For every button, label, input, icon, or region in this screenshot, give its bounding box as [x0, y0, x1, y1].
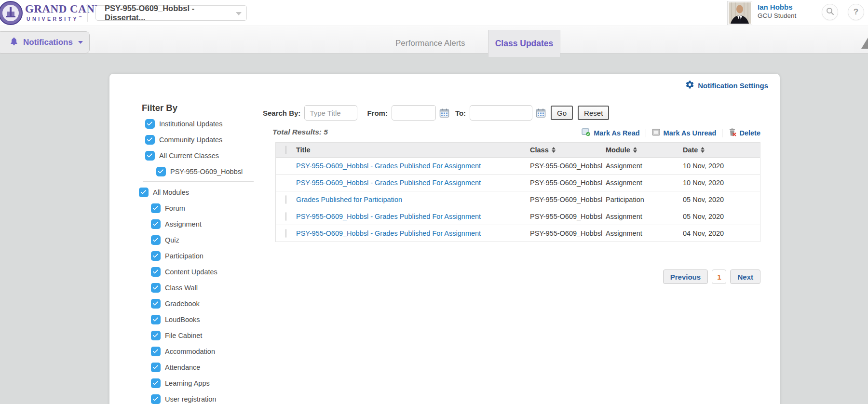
chevron-down-icon — [236, 12, 242, 15]
row-class: PSY-955-O609_Hobbsl — [530, 213, 606, 220]
filter-item-content-updates[interactable]: Content Updates — [139, 264, 254, 280]
checkbox[interactable] — [151, 331, 161, 340]
checkbox[interactable] — [151, 363, 161, 372]
notifications-menu-button[interactable]: Notifications — [0, 31, 90, 54]
checkbox[interactable] — [145, 119, 155, 129]
filter-list: Institutional Updates Community Updates … — [139, 116, 254, 404]
page: GRAND CANYON UNIVERSITY™ PSY-955-O609_Ho… — [0, 0, 868, 404]
next-page-button[interactable]: Next — [730, 269, 760, 284]
checkbox[interactable] — [139, 188, 149, 197]
filter-item-community-updates[interactable]: Community Updates — [139, 132, 254, 148]
page-number-1[interactable]: 1 — [712, 269, 726, 284]
row-checkbox[interactable] — [285, 229, 286, 238]
checkbox[interactable] — [145, 135, 155, 145]
sort-icon[interactable] — [701, 147, 705, 153]
help-button[interactable]: ? — [848, 4, 864, 20]
filter-item-attendance[interactable]: Attendance — [139, 359, 254, 375]
row-module: Assignment — [606, 162, 683, 170]
filter-item-user-registration[interactable]: User registration — [139, 391, 254, 404]
delete-link[interactable]: Delete — [728, 128, 760, 138]
filter-item-all-modules[interactable]: All Modules — [139, 184, 254, 200]
filter-item-learning-apps[interactable]: Learning Apps — [139, 375, 254, 391]
checkbox[interactable] — [156, 167, 166, 176]
filter-item-participation[interactable]: Participation — [139, 248, 254, 264]
go-button[interactable]: Go — [551, 106, 573, 120]
filter-item-accommodation[interactable]: Accommodation — [139, 343, 254, 359]
select-all-checkbox[interactable] — [285, 146, 286, 154]
filter-item-label: LoudBooks — [165, 316, 200, 323]
filter-item-file-cabinet[interactable]: File Cabinet — [139, 327, 254, 343]
checkbox[interactable] — [151, 267, 161, 277]
course-selector-dropdown[interactable]: PSY-955-O609_Hobbsl - Dissertat... — [95, 5, 247, 21]
filter-item-label: PSY-955-O609_Hobbsl — [170, 168, 243, 175]
filter-item-psy-955-o609-hobbsl[interactable]: PSY-955-O609_Hobbsl — [139, 163, 254, 179]
filter-item-class-wall[interactable]: Class Wall — [139, 280, 254, 296]
mark-as-unread-link[interactable]: Mark As Unread — [652, 129, 717, 137]
pagination: Previous 1 Next — [263, 269, 760, 284]
tab-class-updates[interactable]: Class Updates — [488, 30, 560, 57]
filter-item-label: Class Wall — [165, 284, 198, 292]
row-class: PSY-955-O609_Hobbsl — [530, 196, 606, 203]
filter-item-label: Attendance — [165, 364, 200, 371]
mark-as-read-link[interactable]: Mark As Read — [582, 128, 639, 138]
filter-item-label: Learning Apps — [165, 379, 210, 387]
gear-icon — [685, 80, 694, 91]
checkbox[interactable] — [151, 394, 161, 404]
column-header-module[interactable]: Module — [606, 146, 683, 154]
user-name[interactable]: Ian Hobbs — [758, 3, 793, 11]
column-header-class[interactable]: Class — [530, 146, 606, 154]
row-checkbox[interactable] — [285, 195, 286, 204]
filter-item-forum[interactable]: Forum — [139, 200, 254, 216]
filter-item-label: Content Updates — [165, 268, 217, 276]
checkbox[interactable] — [151, 283, 161, 293]
tab-performance-alerts[interactable]: Performance Alerts — [395, 39, 465, 48]
checkbox[interactable] — [151, 235, 161, 245]
checkbox[interactable] — [145, 151, 155, 161]
checkbox[interactable] — [151, 203, 161, 213]
search-button[interactable] — [822, 4, 838, 20]
notification-title-link[interactable]: Grades Published for Participation — [296, 196, 402, 203]
checkbox[interactable] — [151, 347, 161, 356]
title-search-input[interactable] — [304, 105, 357, 121]
filter-item-quiz[interactable]: Quiz — [139, 232, 254, 248]
checkbox[interactable] — [151, 378, 161, 388]
filter-item-institutional-updates[interactable]: Institutional Updates — [139, 116, 254, 132]
filter-item-label: Quiz — [165, 236, 179, 244]
column-header-title: Title — [296, 146, 530, 154]
checkbox[interactable] — [151, 251, 161, 261]
filter-item-assignment[interactable]: Assignment — [139, 216, 254, 232]
filter-item-label: Community Updates — [159, 136, 222, 144]
to-date-input[interactable] — [470, 105, 532, 121]
row-module: Participation — [606, 196, 683, 203]
row-checkbox[interactable] — [285, 212, 286, 221]
column-header-date[interactable]: Date — [683, 146, 760, 154]
sort-icon[interactable] — [633, 147, 637, 153]
table-row: PSY-955-O609_Hobbsl - Grades Published F… — [276, 208, 760, 225]
sort-icon[interactable] — [552, 147, 556, 153]
checkbox[interactable] — [151, 299, 161, 309]
calendar-icon[interactable] — [439, 108, 449, 118]
row-date: 04 Nov, 2020 — [683, 229, 760, 237]
notification-title-link[interactable]: PSY-955-O609_Hobbsl - Grades Published F… — [296, 213, 481, 220]
notification-title-link[interactable]: PSY-955-O609_Hobbsl - Grades Published F… — [296, 179, 481, 187]
filter-item-label: Institutional Updates — [159, 120, 222, 128]
filter-item-all-current-classes[interactable]: All Current Classes — [139, 148, 254, 163]
class-updates-panel: Notification Settings Filter By Institut… — [109, 74, 780, 404]
filter-item-loudbooks[interactable]: LoudBooks — [139, 311, 254, 327]
user-avatar[interactable] — [727, 1, 752, 25]
row-class: PSY-955-O609_Hobbsl — [530, 229, 606, 237]
checkbox[interactable] — [151, 219, 161, 229]
from-date-input[interactable] — [392, 105, 436, 121]
reset-button[interactable]: Reset — [578, 106, 609, 120]
notification-title-link[interactable]: PSY-955-O609_Hobbsl - Grades Published F… — [296, 162, 481, 170]
notifications-label: Notifications — [23, 38, 73, 47]
filter-item-gradebook[interactable]: Gradebook — [139, 296, 254, 311]
filter-item-label: File Cabinet — [165, 332, 202, 339]
notification-settings-link[interactable]: Notification Settings — [685, 80, 768, 91]
notification-title-link[interactable]: PSY-955-O609_Hobbsl - Grades Published F… — [296, 229, 481, 237]
previous-page-button[interactable]: Previous — [663, 269, 708, 284]
checkbox[interactable] — [151, 315, 161, 324]
mark-unread-label: Mark As Unread — [664, 129, 717, 137]
filter-item-label: Forum — [165, 204, 185, 212]
calendar-icon[interactable] — [536, 108, 546, 118]
